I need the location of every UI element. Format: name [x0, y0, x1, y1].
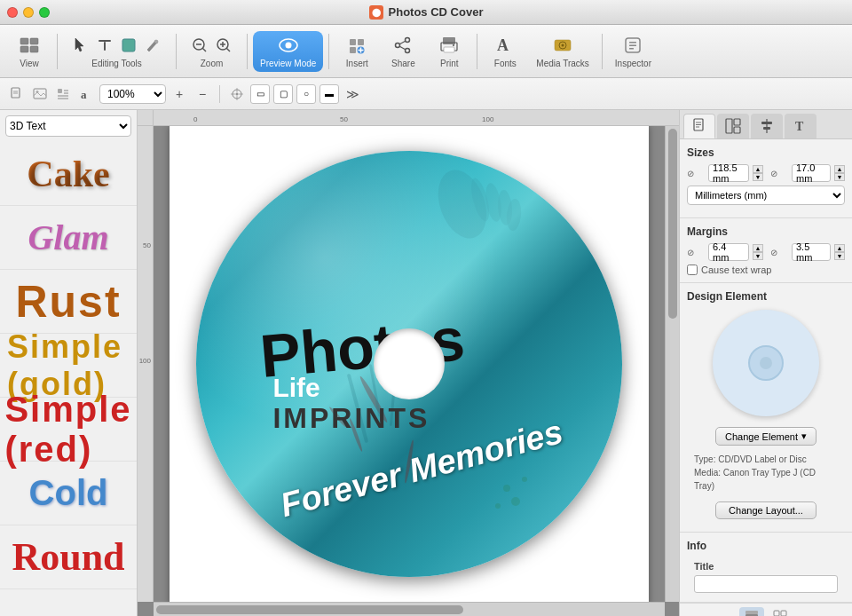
style-type-select[interactable]: 3D Text Simple Text Neon	[5, 115, 131, 137]
margin-right-up[interactable]: ▲	[834, 244, 845, 252]
image-icon[interactable]	[30, 84, 50, 104]
more-shapes-icon[interactable]: ≫	[343, 84, 362, 104]
style-glam-item[interactable]: Glam	[0, 206, 137, 270]
tab-text[interactable]: T	[785, 114, 816, 138]
layer-tab-layers[interactable]	[739, 607, 764, 616]
long-rect-btn[interactable]: ▬	[320, 84, 339, 104]
cd-text-imprints[interactable]: IMPRINTS	[272, 402, 430, 435]
margins-section: Margins ⊘ 6.4 mm ▲ ▼ ⊘ 3.5 mm ▲ ▼	[680, 218, 852, 283]
editing-tools-button[interactable]: Editing Tools	[63, 31, 170, 72]
svg-text:T: T	[795, 120, 804, 133]
scroll-thumb-horizontal[interactable]	[156, 605, 463, 614]
svg-rect-77	[734, 119, 740, 125]
svg-point-68	[503, 485, 510, 492]
margin-left-input[interactable]: 6.4 mm	[708, 243, 749, 261]
sep2	[176, 34, 177, 69]
style-cake-item[interactable]: Cake	[0, 142, 137, 206]
tab-align[interactable]	[751, 114, 783, 138]
svg-line-11	[202, 48, 206, 51]
svg-rect-85	[746, 611, 758, 614]
height-stepper[interactable]: ▲ ▼	[834, 165, 845, 181]
unit-select[interactable]: Millimeters (mm) Inches (in) Points (pt)	[687, 186, 845, 205]
cd-disc[interactable]: Photos Life IMPRINTS Forever Memories	[196, 151, 622, 577]
new-icon[interactable]	[7, 84, 27, 104]
inspector-button[interactable]: Inspector	[608, 31, 659, 72]
style-cold-label: Cold	[29, 473, 108, 513]
share-button[interactable]: Share	[381, 31, 425, 72]
margin-left-down[interactable]: ▼	[753, 252, 763, 260]
window-controls[interactable]	[7, 7, 50, 18]
media-tracks-icon	[552, 35, 573, 56]
zoom-sub-icon[interactable]: −	[193, 84, 212, 104]
margin-right-input[interactable]: 3.5 mm	[792, 243, 831, 261]
cause-text-wrap-checkbox[interactable]	[687, 265, 698, 275]
view-icon	[19, 35, 40, 56]
width-down[interactable]: ▼	[753, 173, 763, 181]
rounded-rect-btn[interactable]: ▢	[273, 84, 293, 104]
svg-point-69	[522, 477, 527, 482]
width-input[interactable]: 118.5 mm	[708, 164, 749, 182]
svg-point-24	[406, 37, 410, 42]
style-rust-item[interactable]: Rust	[0, 270, 137, 334]
style-cold-item[interactable]: Cold	[0, 462, 137, 525]
scroll-thumb-vertical[interactable]	[668, 129, 677, 319]
minimize-button[interactable]	[23, 7, 34, 18]
title-bar: ⬤ Photos CD Cover	[0, 0, 852, 25]
margin-left-stepper[interactable]: ▲ ▼	[753, 244, 763, 260]
rect-btn[interactable]: ▭	[250, 84, 270, 104]
svg-text:A: A	[497, 36, 509, 54]
style-round-item[interactable]: Round	[0, 525, 137, 589]
canvas-scroll[interactable]: Photos Life IMPRINTS Forever Memories	[154, 126, 665, 602]
media-tracks-button[interactable]: Media Tracks	[529, 31, 596, 72]
width-stepper[interactable]: ▲ ▼	[753, 165, 763, 181]
maximize-button[interactable]	[39, 7, 50, 18]
fonts-button[interactable]: A Fonts	[483, 31, 527, 72]
print-button[interactable]: Print	[427, 31, 471, 72]
width-label: ⊘	[687, 169, 705, 178]
style-simple-red-item[interactable]: Simple (red)	[0, 398, 137, 462]
circle-btn[interactable]: ○	[296, 84, 316, 104]
zoom-button[interactable]: Zoom	[182, 31, 241, 72]
height-input[interactable]: 17.0 mm	[792, 164, 831, 182]
tab-layout[interactable]	[717, 114, 749, 138]
svg-point-32	[453, 44, 454, 46]
info-title-input[interactable]	[694, 575, 838, 593]
tab-document[interactable]	[683, 114, 715, 138]
svg-rect-7	[122, 39, 135, 51]
height-up[interactable]: ▲	[834, 165, 845, 173]
layer-tab-grid[interactable]	[768, 607, 793, 616]
change-element-button[interactable]: Change Element ▾	[715, 427, 816, 446]
svg-line-28	[400, 46, 406, 50]
style-simple-gold-item[interactable]: Simple (gold)	[0, 334, 137, 398]
svg-rect-1	[30, 38, 38, 44]
margin-right-stepper[interactable]: ▲ ▼	[834, 244, 845, 260]
scrollbar-vertical[interactable]	[665, 126, 679, 602]
preview-mode-button[interactable]: Preview Mode	[253, 31, 323, 72]
left-panel: 3D Text Simple Text Neon Cake Glam Rust …	[0, 110, 138, 616]
cd-text-life[interactable]: Life	[272, 373, 320, 403]
style-selector[interactable]: 3D Text Simple Text Neon	[5, 115, 131, 137]
height-down[interactable]: ▼	[834, 173, 845, 181]
zoom-add-icon[interactable]: +	[170, 84, 189, 104]
margin-right-down[interactable]: ▼	[834, 252, 845, 260]
margin-left-up[interactable]: ▲	[753, 244, 763, 252]
svg-rect-2	[20, 46, 28, 52]
insert-button[interactable]: Insert	[335, 31, 379, 72]
inspector-tabs: T	[680, 110, 852, 139]
change-layout-button[interactable]: Change Layout...	[715, 501, 816, 519]
cursor-icon	[70, 35, 91, 56]
text-style-icon[interactable]: a	[76, 84, 96, 104]
type-info: Type: CD/DVD Label or Disc Media: Canon …	[687, 449, 845, 496]
inspector-icon	[622, 35, 643, 56]
design-element-section: Design Element Change Element ▾ Type: CD…	[680, 283, 852, 533]
view-button[interactable]: View	[7, 31, 51, 72]
scrollbar-horizontal[interactable]	[154, 602, 665, 616]
center-icon[interactable]	[227, 84, 247, 104]
svg-line-15	[226, 48, 230, 51]
close-button[interactable]	[7, 7, 18, 18]
zoom-select[interactable]: 100% 75% 150% 200% Fit Page	[99, 84, 166, 104]
wrap-icon[interactable]	[53, 84, 73, 104]
width-up[interactable]: ▲	[753, 165, 763, 173]
width-row: ⊘ 118.5 mm ▲ ▼ ⊘ 17.0 mm ▲ ▼	[687, 164, 845, 182]
shape-icon	[118, 35, 139, 56]
